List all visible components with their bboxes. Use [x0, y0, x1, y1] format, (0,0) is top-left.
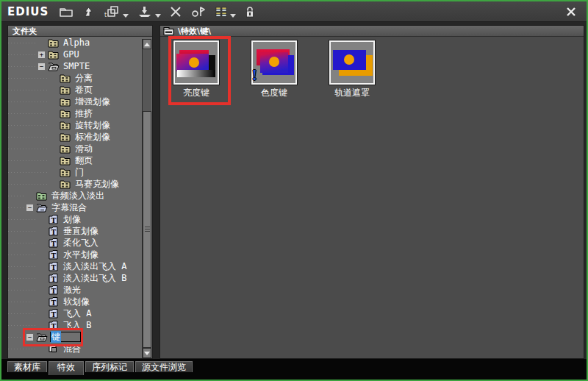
tree-scrollbar[interactable]	[142, 39, 151, 358]
collapse-icon[interactable]: −	[26, 204, 34, 212]
effect-thumbnail[interactable]	[329, 40, 375, 85]
title-bar: EDIUS t	[1, 1, 587, 22]
folder-panel: 文件夹 Alpha+GPU−SMPTE分离卷页增强划像推挤旋转划像标准划像滑动翻…	[7, 25, 153, 359]
tree-item[interactable]: +GPU	[8, 49, 142, 60]
dropdown-caret-icon[interactable]	[230, 14, 236, 18]
dropdown-caret-icon[interactable]	[155, 14, 161, 18]
tree-connector	[8, 84, 49, 96]
tree-connector	[8, 284, 37, 296]
effect-thumbnail[interactable]	[173, 40, 219, 85]
dropdown-caret-icon[interactable]	[123, 14, 129, 18]
tab-序列标记[interactable]: 序列标记	[85, 361, 134, 372]
rename-input[interactable]: 键	[50, 332, 81, 342]
delete-icon[interactable]	[166, 4, 185, 20]
folder-film-icon	[60, 167, 71, 177]
tree-item[interactable]: 卷页	[8, 84, 142, 96]
tree-item[interactable]: 滑动	[8, 143, 142, 154]
tree-connector	[8, 213, 37, 225]
svg-text:T: T	[51, 241, 57, 248]
tab-素材库[interactable]: 素材库	[7, 361, 47, 372]
tree-spacer	[37, 266, 48, 267]
effect-item-chroma[interactable]: !色度键	[251, 40, 297, 99]
tree-item-label: 飞入 A	[62, 307, 93, 319]
flag-circle-icon[interactable]	[188, 4, 209, 20]
folder-film-icon	[60, 120, 71, 130]
tree-item[interactable]: T垂直划像	[8, 225, 142, 237]
tree-item[interactable]: 标准划像	[8, 131, 142, 143]
folder-film-icon	[60, 132, 71, 142]
scrollbar-thumb[interactable]	[143, 111, 151, 348]
tree-item[interactable]: 增强划像	[8, 96, 142, 107]
tree-connector	[8, 107, 49, 119]
tree-item[interactable]: 音频淡入淡出	[8, 190, 142, 202]
tree-item[interactable]: T划像	[8, 213, 142, 225]
scroll-up-icon[interactable]	[143, 39, 151, 49]
title-t-icon: T	[48, 249, 60, 260]
tree-item[interactable]: 推挤	[8, 107, 142, 119]
duplicate-icon[interactable]: t	[101, 4, 131, 20]
svg-text:T: T	[51, 217, 57, 224]
tree-item-label: Alpha	[62, 37, 91, 49]
breadcrumb: \特效\键\	[160, 26, 584, 37]
tree-item[interactable]: T淡入淡出飞入 B	[8, 272, 142, 284]
expand-icon[interactable]: +	[37, 51, 46, 59]
tree-item-label: 划像	[62, 213, 82, 225]
close-icon[interactable]	[563, 5, 579, 18]
tree-spacer	[37, 302, 48, 302]
collapse-icon[interactable]: −	[37, 63, 46, 71]
tree-spacer	[49, 160, 60, 161]
tree-item[interactable]: T飞入 B	[8, 319, 142, 331]
tree-item[interactable]: T水平划像	[8, 249, 142, 260]
folder-film-icon	[60, 85, 71, 95]
tree-spacer	[37, 313, 48, 314]
tree-spacer	[49, 90, 60, 90]
tree-item-label: 旋转划像	[74, 119, 112, 131]
palette-tab-bar: 素材库特效序列标记源文件浏览	[1, 359, 587, 380]
scroll-down-icon[interactable]	[143, 348, 151, 358]
tree-item[interactable]: 混合	[8, 343, 142, 355]
svg-text:T: T	[51, 264, 57, 271]
lock-icon[interactable]	[241, 4, 259, 20]
effect-thumbnail[interactable]: !	[251, 40, 297, 85]
svg-text:T: T	[51, 229, 57, 236]
tree-item[interactable]: T柔化飞入	[8, 237, 142, 249]
tree-item[interactable]: T淡入淡出飞入 A	[8, 260, 142, 272]
apply-to-timeline-icon[interactable]	[134, 4, 163, 20]
effect-item-luma[interactable]: 亮度键	[173, 40, 219, 99]
svg-text:t: t	[104, 12, 107, 18]
svg-text:T: T	[51, 299, 57, 307]
effect-label: 亮度键	[173, 87, 219, 99]
tree-item[interactable]: 马赛克划像	[8, 178, 142, 190]
tree-item-label: 门	[74, 166, 85, 178]
tree-connector	[8, 237, 37, 249]
tree-item-label: GPU	[62, 49, 81, 60]
tree-item[interactable]: −SMPTE	[8, 60, 142, 72]
folder-panel-header: 文件夹	[8, 26, 152, 37]
tree-item[interactable]: Alpha	[8, 37, 142, 49]
tree-spacer	[37, 219, 48, 220]
tab-active-特效[interactable]: 特效	[49, 361, 84, 375]
tree-item[interactable]: T激光	[8, 284, 142, 296]
collapse-icon[interactable]: −	[26, 333, 34, 341]
folder-up-icon[interactable]	[79, 4, 98, 20]
tree-spacer	[37, 349, 48, 349]
tab-源文件浏览[interactable]: 源文件浏览	[135, 361, 193, 372]
thumbnail-art	[269, 57, 279, 67]
svg-text:T: T	[51, 288, 57, 295]
tree-item[interactable]: −字幕混合	[8, 202, 142, 213]
effects-content-panel: \特效\键\ 亮度键!色度键轨道遮罩	[159, 25, 584, 359]
tree-spacer	[49, 172, 60, 173]
new-folder-icon[interactable]	[56, 4, 76, 20]
tree-connector	[8, 49, 37, 60]
thumbnail-art	[189, 57, 199, 68]
view-mode-icon[interactable]	[212, 4, 238, 20]
tree-item[interactable]: T软划像	[8, 296, 142, 307]
effect-item-matte[interactable]: 轨道遮罩	[329, 40, 375, 99]
tree-item[interactable]: T飞入 A	[8, 307, 142, 319]
effects-tree: Alpha+GPU−SMPTE分离卷页增强划像推挤旋转划像标准划像滑动翻页门马赛…	[8, 37, 142, 358]
tree-item[interactable]: 门	[8, 166, 142, 178]
tree-item[interactable]: 翻页	[8, 154, 142, 166]
tree-item[interactable]: 旋转划像	[8, 119, 142, 131]
tree-item[interactable]: −键	[8, 331, 142, 343]
tree-item[interactable]: 分离	[8, 72, 142, 84]
